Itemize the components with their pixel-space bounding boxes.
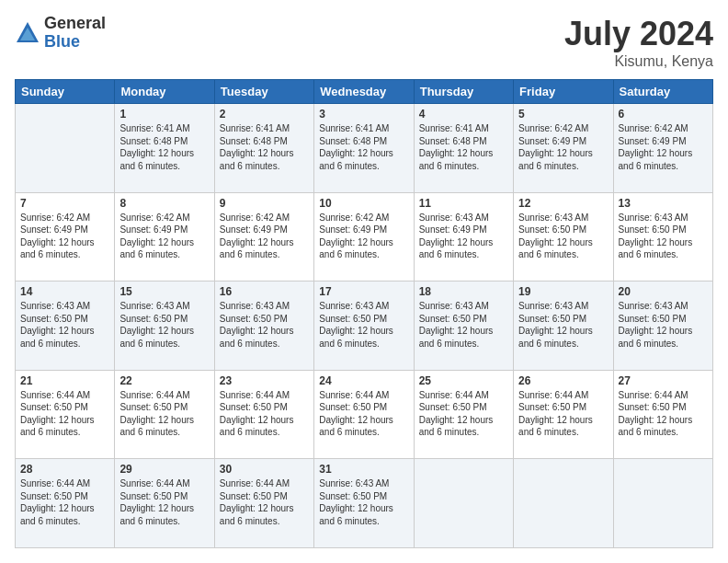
day-number: 7	[20, 197, 109, 210]
day-number: 27	[619, 374, 708, 387]
calendar-cell: 15Sunrise: 6:43 AM Sunset: 6:50 PM Dayli…	[115, 282, 214, 371]
calendar-row-3: 21Sunrise: 6:44 AM Sunset: 6:50 PM Dayli…	[16, 370, 713, 459]
cell-content: Sunrise: 6:43 AM Sunset: 6:50 PM Dayligh…	[419, 300, 508, 350]
calendar-cell: 28Sunrise: 6:44 AM Sunset: 6:50 PM Dayli…	[16, 459, 115, 548]
header-monday: Monday	[115, 80, 214, 104]
cell-content: Sunrise: 6:44 AM Sunset: 6:50 PM Dayligh…	[119, 389, 209, 439]
calendar-cell: 14Sunrise: 6:43 AM Sunset: 6:50 PM Dayli…	[16, 282, 115, 371]
day-number: 18	[419, 285, 508, 298]
day-number: 30	[220, 463, 309, 476]
calendar-cell	[514, 459, 613, 548]
calendar-cell: 18Sunrise: 6:43 AM Sunset: 6:50 PM Dayli…	[414, 282, 513, 371]
cell-content: Sunrise: 6:43 AM Sunset: 6:50 PM Dayligh…	[119, 300, 209, 350]
calendar-cell: 9Sunrise: 6:42 AM Sunset: 6:49 PM Daylig…	[214, 192, 313, 282]
day-number: 26	[518, 374, 608, 387]
day-number: 21	[20, 374, 109, 387]
calendar-row-1: 7Sunrise: 6:42 AM Sunset: 6:49 PM Daylig…	[16, 192, 713, 282]
calendar-cell	[16, 104, 115, 193]
calendar-cell: 23Sunrise: 6:44 AM Sunset: 6:50 PM Dayli…	[214, 370, 313, 459]
calendar-cell: 16Sunrise: 6:43 AM Sunset: 6:50 PM Dayli…	[214, 282, 313, 371]
day-number: 3	[319, 108, 408, 121]
calendar-cell: 25Sunrise: 6:44 AM Sunset: 6:50 PM Dayli…	[414, 370, 513, 459]
cell-content: Sunrise: 6:43 AM Sunset: 6:50 PM Dayligh…	[619, 212, 708, 261]
cell-content: Sunrise: 6:43 AM Sunset: 6:49 PM Dayligh…	[419, 212, 508, 261]
calendar-table: Sunday Monday Tuesday Wednesday Thursday…	[15, 79, 713, 548]
header-tuesday: Tuesday	[214, 80, 313, 104]
header: General Blue July 2024 Kisumu, Kenya	[15, 15, 713, 70]
day-number: 25	[419, 374, 508, 387]
day-number: 12	[518, 197, 608, 210]
page: General Blue July 2024 Kisumu, Kenya Sun…	[0, 0, 728, 563]
calendar-cell	[613, 459, 712, 548]
cell-content: Sunrise: 6:44 AM Sunset: 6:50 PM Dayligh…	[20, 389, 109, 439]
cell-content: Sunrise: 6:42 AM Sunset: 6:49 PM Dayligh…	[20, 212, 109, 261]
cell-content: Sunrise: 6:43 AM Sunset: 6:50 PM Dayligh…	[319, 477, 408, 527]
calendar-cell: 2Sunrise: 6:41 AM Sunset: 6:48 PM Daylig…	[214, 104, 313, 193]
day-number: 22	[119, 374, 209, 387]
calendar-cell: 26Sunrise: 6:44 AM Sunset: 6:50 PM Dayli…	[514, 370, 613, 459]
day-number: 16	[220, 285, 309, 298]
calendar-cell: 20Sunrise: 6:43 AM Sunset: 6:50 PM Dayli…	[613, 282, 712, 371]
calendar-cell: 31Sunrise: 6:43 AM Sunset: 6:50 PM Dayli…	[314, 459, 414, 548]
logo-icon	[15, 20, 40, 46]
day-number: 28	[20, 463, 109, 476]
cell-content: Sunrise: 6:44 AM Sunset: 6:50 PM Dayligh…	[619, 389, 708, 439]
calendar-cell: 30Sunrise: 6:44 AM Sunset: 6:50 PM Dayli…	[214, 459, 313, 548]
cell-content: Sunrise: 6:44 AM Sunset: 6:50 PM Dayligh…	[20, 477, 109, 527]
header-thursday: Thursday	[414, 80, 513, 104]
cell-content: Sunrise: 6:43 AM Sunset: 6:50 PM Dayligh…	[518, 212, 608, 261]
header-friday: Friday	[514, 80, 613, 104]
calendar-cell: 6Sunrise: 6:42 AM Sunset: 6:49 PM Daylig…	[613, 104, 712, 193]
day-number: 24	[319, 374, 408, 387]
day-number: 6	[619, 108, 708, 121]
day-number: 8	[119, 197, 209, 210]
cell-content: Sunrise: 6:43 AM Sunset: 6:50 PM Dayligh…	[319, 300, 408, 350]
calendar-cell: 8Sunrise: 6:42 AM Sunset: 6:49 PM Daylig…	[115, 192, 214, 282]
title-month: July 2024	[564, 15, 713, 53]
calendar-cell: 19Sunrise: 6:43 AM Sunset: 6:50 PM Dayli…	[514, 282, 613, 371]
day-number: 23	[220, 374, 309, 387]
day-number: 4	[419, 108, 508, 121]
calendar-cell: 22Sunrise: 6:44 AM Sunset: 6:50 PM Dayli…	[115, 370, 214, 459]
cell-content: Sunrise: 6:43 AM Sunset: 6:50 PM Dayligh…	[20, 300, 109, 350]
calendar-cell: 21Sunrise: 6:44 AM Sunset: 6:50 PM Dayli…	[16, 370, 115, 459]
cell-content: Sunrise: 6:43 AM Sunset: 6:50 PM Dayligh…	[220, 300, 309, 350]
title-block: July 2024 Kisumu, Kenya	[564, 15, 713, 70]
header-saturday: Saturday	[613, 80, 712, 104]
logo: General Blue	[15, 15, 106, 52]
day-number: 5	[518, 108, 608, 121]
cell-content: Sunrise: 6:42 AM Sunset: 6:49 PM Dayligh…	[518, 122, 608, 172]
calendar-cell: 7Sunrise: 6:42 AM Sunset: 6:49 PM Daylig…	[16, 192, 115, 282]
cell-content: Sunrise: 6:44 AM Sunset: 6:50 PM Dayligh…	[419, 389, 508, 439]
day-number: 13	[619, 197, 708, 210]
calendar-cell: 10Sunrise: 6:42 AM Sunset: 6:49 PM Dayli…	[314, 192, 414, 282]
day-number: 29	[119, 463, 209, 476]
calendar-cell: 4Sunrise: 6:41 AM Sunset: 6:48 PM Daylig…	[414, 104, 513, 193]
cell-content: Sunrise: 6:44 AM Sunset: 6:50 PM Dayligh…	[220, 477, 309, 527]
calendar-cell: 1Sunrise: 6:41 AM Sunset: 6:48 PM Daylig…	[115, 104, 214, 193]
cell-content: Sunrise: 6:44 AM Sunset: 6:50 PM Dayligh…	[220, 389, 309, 439]
logo-general: General	[44, 15, 106, 33]
cell-content: Sunrise: 6:43 AM Sunset: 6:50 PM Dayligh…	[518, 300, 608, 350]
calendar-row-4: 28Sunrise: 6:44 AM Sunset: 6:50 PM Dayli…	[16, 459, 713, 548]
title-location: Kisumu, Kenya	[564, 53, 713, 70]
cell-content: Sunrise: 6:41 AM Sunset: 6:48 PM Dayligh…	[419, 122, 508, 172]
calendar-cell: 17Sunrise: 6:43 AM Sunset: 6:50 PM Dayli…	[314, 282, 414, 371]
day-number: 15	[119, 285, 209, 298]
day-number: 17	[319, 285, 408, 298]
day-number: 2	[220, 108, 309, 121]
calendar-cell: 5Sunrise: 6:42 AM Sunset: 6:49 PM Daylig…	[514, 104, 613, 193]
calendar-header-row: Sunday Monday Tuesday Wednesday Thursday…	[16, 80, 713, 104]
calendar-cell	[414, 459, 513, 548]
day-number: 1	[119, 108, 209, 121]
calendar-cell: 11Sunrise: 6:43 AM Sunset: 6:49 PM Dayli…	[414, 192, 513, 282]
calendar-row-2: 14Sunrise: 6:43 AM Sunset: 6:50 PM Dayli…	[16, 282, 713, 371]
day-number: 9	[220, 197, 309, 210]
cell-content: Sunrise: 6:44 AM Sunset: 6:50 PM Dayligh…	[119, 477, 209, 527]
day-number: 11	[419, 197, 508, 210]
day-number: 31	[319, 463, 408, 476]
calendar-cell: 27Sunrise: 6:44 AM Sunset: 6:50 PM Dayli…	[613, 370, 712, 459]
day-number: 10	[319, 197, 408, 210]
cell-content: Sunrise: 6:41 AM Sunset: 6:48 PM Dayligh…	[319, 122, 408, 172]
cell-content: Sunrise: 6:42 AM Sunset: 6:49 PM Dayligh…	[220, 212, 309, 261]
